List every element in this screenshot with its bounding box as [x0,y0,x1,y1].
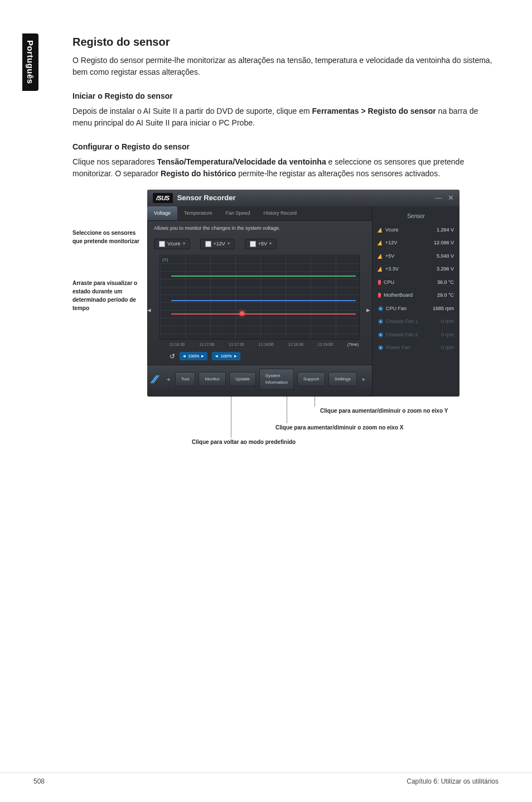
sensor-value: 29.0 °C [437,292,454,299]
graph-y-axis: (V) [162,257,168,263]
sensor-name: +12V [385,239,397,247]
checkbox-icon[interactable] [205,241,211,247]
y-unit: (V) [162,257,168,263]
cfg-text-post: permite-lhe registar as alterações nos s… [236,169,440,178]
bottom-bar: ⁄⁄ ◂ Tool Monitor Update System Informat… [147,365,372,393]
chevron-down-icon[interactable]: ▾ [183,240,185,247]
cfg-text-pre: Clique nos separadores [72,157,157,166]
sensor-value: 12.096 V [434,239,454,247]
tab-description: Allows you to monitor the changes in the… [147,221,372,236]
language-side-tab: Português [22,33,38,91]
checkbox-icon[interactable] [159,241,165,247]
graph-series-line [171,300,356,301]
sensor-name: Vcore [385,226,399,234]
sensor-value: 5.040 V [437,253,454,260]
cfg-heading: Configurar o Registo do sensor [72,141,499,153]
minimize-icon[interactable]: — [435,192,442,204]
sensor-row[interactable]: Power Fan0 rpm [377,341,455,355]
sensor-name: +3.3V [385,265,399,273]
sensor-tabs: Voltage Temperature Fan Speed History Re… [147,206,372,221]
asus-logo: /SUS [153,193,173,204]
sensor-row[interactable]: CPU Fan1685 rpm [377,302,455,316]
sensor-value: 36.0 °C [437,279,454,287]
tab-history-record[interactable]: History Record [257,206,304,221]
ai-suite-logo-icon: ⁄⁄ [152,371,161,388]
zoom-x-value: 100% [188,353,199,360]
select-5v[interactable]: +5V ▾ [245,239,277,250]
select-vcore[interactable]: Vcore ▾ [154,239,190,250]
zoom-in-y-icon[interactable]: ▸ [234,352,237,360]
sensor-name: Chassis Fan 2 [386,331,418,339]
x-label-end: (Time) [347,342,359,348]
graph-data-point [240,311,244,316]
btn-tool[interactable]: Tool [175,372,196,386]
reset-zoom-icon[interactable]: ↺ [170,351,175,361]
sensor-row[interactable]: CPU36.0 °C [377,276,455,289]
graph-scroll-left-icon[interactable]: ◂ [147,255,153,365]
btn-settings[interactable]: Settings [328,372,357,386]
fan-icon [378,306,383,311]
anno-zoom-y: Clique para aumentar/diminuir o zoom no … [320,407,448,415]
bolt-icon [378,267,383,272]
tab-temperature[interactable]: Temperature [177,206,219,221]
start-heading: Iniciar o Registo do sensor [72,90,499,102]
select-12v[interactable]: +12V ▾ [200,239,235,250]
main-panel: Voltage Temperature Fan Speed History Re… [147,206,372,397]
graph-series-line [171,276,356,277]
fan-icon [378,345,383,350]
x-tick: 11:18:00 [259,342,274,348]
sensor-row[interactable]: MotherBoard29.0 °C [377,289,455,302]
close-icon[interactable]: ✕ [448,192,454,204]
graph-scroll-right-icon[interactable]: ▸ [366,255,372,365]
btn-update[interactable]: Update [229,372,256,386]
zoom-controls: ↺ ◂ 100% ▸ ◂ 100% ▸ [153,349,366,365]
btn-system-information[interactable]: System Information [259,369,294,390]
bottom-nav-left-icon[interactable]: ◂ [165,375,172,383]
select-label: +5V [258,240,267,248]
zoom-out-x-icon[interactable]: ◂ [183,352,186,360]
section-heading: Registo do sensor [72,33,499,50]
btn-monitor[interactable]: Monitor [199,372,226,386]
bolt-icon [378,240,383,245]
left-annotations: Seleccione os sensores que pretende moni… [72,190,139,312]
bolt-icon [378,254,383,259]
x-tick: 11:19:00 [318,342,333,348]
tab-voltage[interactable]: Voltage [147,206,177,221]
start-text: Depois de instalar o AI Suite II a parti… [72,105,499,129]
btn-support[interactable]: Support [297,372,325,386]
x-tick: 11:17:30 [229,342,244,348]
thermometer-icon [378,280,381,285]
thermometer-icon [378,293,381,298]
sensor-value: 0 rpm [441,331,454,339]
sensor-row[interactable]: Chassis Fan 10 rpm [377,315,455,328]
page-footer: 508 Capítulo 6: Utilizar os utilitários [0,772,532,785]
window-title: /SUS Sensor Recorder [153,192,235,204]
sensor-recorder-window: /SUS Sensor Recorder — ✕ Voltage Tempera… [147,190,460,397]
zoom-out-y-icon[interactable]: ◂ [215,352,218,360]
window-title-text: Sensor Recorder [177,192,236,204]
sensor-graph[interactable]: (V) [159,255,360,340]
bottom-nav-right-icon[interactable]: ▸ [360,375,367,383]
tab-fan-speed[interactable]: Fan Speed [219,206,257,221]
sensor-row[interactable]: Chassis Fan 20 rpm [377,328,455,342]
zoom-x-control[interactable]: ◂ 100% ▸ [180,352,207,361]
select-label: +12V [214,240,225,248]
start-text-bold: Ferramentas > Registo do sensor [312,107,436,115]
chevron-down-icon[interactable]: ▾ [228,240,230,247]
zoom-y-control[interactable]: ◂ 100% ▸ [212,352,240,361]
checkbox-icon[interactable] [250,241,256,247]
sensor-select-row: Vcore ▾ +12V ▾ +5V ▾ [147,236,372,255]
anno-drag-timeline: Arraste para visualizar o estado durante… [72,279,139,312]
sensor-row[interactable]: +12V12.096 V [377,236,455,250]
cfg-text: Clique nos separadores Tensão/Temperatur… [72,156,499,180]
page-content: Registo do sensor O Registo do sensor pe… [72,0,499,463]
sensor-row[interactable]: +3.3V3.296 V [377,263,455,276]
sensor-side-panel: Sensor Vcore1.264 V+12V12.096 V+5V5.040 … [372,206,460,397]
zoom-in-x-icon[interactable]: ▸ [201,352,204,360]
x-tick: 11:16:30 [170,342,185,348]
sensor-row[interactable]: +5V5.040 V [377,250,455,263]
sensor-panel-title: Sensor [377,210,455,224]
sensor-row[interactable]: Vcore1.264 V [377,224,455,237]
x-tick: 11:17:00 [199,342,214,348]
chevron-down-icon[interactable]: ▾ [269,240,272,247]
